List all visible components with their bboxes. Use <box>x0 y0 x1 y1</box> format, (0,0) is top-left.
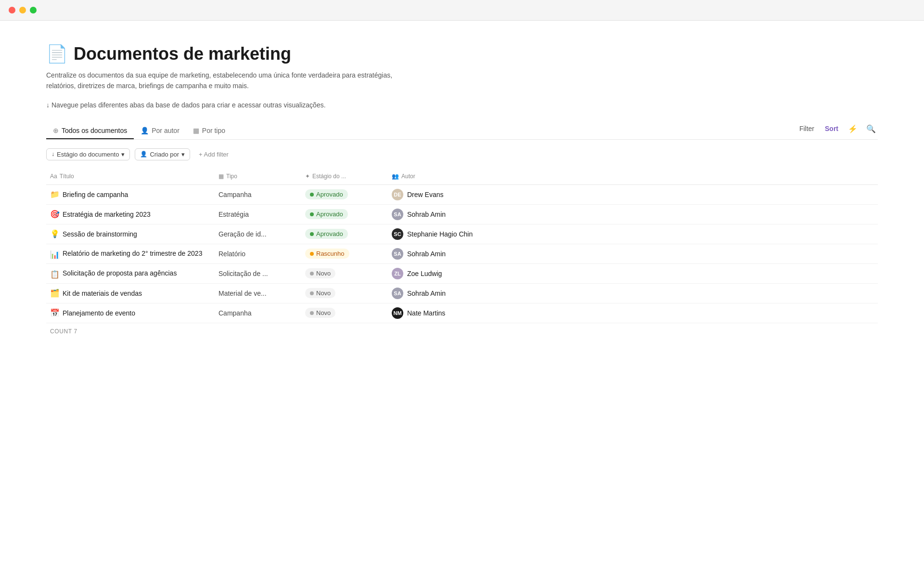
tab-todos-label: Todos os documentos <box>62 127 127 134</box>
col-autor-label: Autor <box>401 173 415 180</box>
row4-icon: 📊 <box>50 250 60 259</box>
row5-avatar: ZL <box>392 268 403 279</box>
cell-tipo-7: Campanha <box>215 305 301 321</box>
row4-badge-label: Rascunho <box>316 250 345 257</box>
tab-tipo-label: Por tipo <box>202 127 225 134</box>
filter-estagio-icon: ↓ <box>51 151 54 158</box>
row4-author: Sohrab Amin <box>407 250 446 258</box>
cell-estagio-3: Aprovado <box>301 225 388 243</box>
table-row[interactable]: 🗂️ Kit de materiais de vendas Material d… <box>46 284 878 303</box>
filter-estagio-label: Estágio do documento <box>57 151 119 158</box>
cell-tipo-5: Solicitação de ... <box>215 266 301 281</box>
cell-extra-7 <box>503 309 878 317</box>
col-tipo-label: Tipo <box>226 173 237 180</box>
filter-criado-icon: 👤 <box>140 151 147 158</box>
row4-avatar: SA <box>392 248 403 260</box>
add-filter-button[interactable]: + Add filter <box>195 149 232 160</box>
cell-titulo-4: 📊 Relatório de marketing do 2° trimestre… <box>46 244 215 263</box>
tab-todos-icon: ⊕ <box>53 127 59 134</box>
row2-avatar: SA <box>392 209 403 220</box>
minimize-button[interactable] <box>19 7 26 13</box>
cell-autor-5: ZL Zoe Ludwig <box>388 264 503 283</box>
row6-icon: 🗂️ <box>50 289 60 298</box>
row2-title: Estratégia de marketing 2023 <box>63 210 151 218</box>
cell-extra-4 <box>503 250 878 258</box>
tab-autor-icon: 👤 <box>141 127 149 134</box>
row7-avatar: NM <box>392 307 403 319</box>
row3-icon: 💡 <box>50 229 60 238</box>
col-header-titulo: Aa Título <box>46 171 215 182</box>
row7-title: Planejamento de evento <box>63 309 135 317</box>
cell-estagio-6: Novo <box>301 284 388 302</box>
tab-autor-label: Por autor <box>152 127 180 134</box>
row4-badge: Rascunho <box>305 249 349 259</box>
row1-badge-dot <box>310 193 314 197</box>
row1-avatar: DE <box>392 189 403 200</box>
table-row[interactable]: 🎯 Estratégia de marketing 2023 Estratégi… <box>46 205 878 224</box>
table-row[interactable]: 💡 Sessão de brainstorming Geração de id.… <box>46 224 878 244</box>
filter-button[interactable]: Filter <box>796 123 817 134</box>
page-note: ↓ Navegue pelas diferentes abas da base … <box>46 101 878 109</box>
table-row[interactable]: 📊 Relatório de marketing do 2° trimestre… <box>46 244 878 264</box>
row2-badge: Aprovado <box>305 209 348 219</box>
cell-estagio-5: Novo <box>301 264 388 282</box>
cell-autor-3: SC Stephanie Hagio Chin <box>388 224 503 244</box>
filter-criado-por[interactable]: 👤 Criado por ▾ <box>135 148 190 160</box>
row2-tipo: Estratégia <box>218 210 249 218</box>
cell-tipo-4: Relatório <box>215 246 301 262</box>
tabs-bar: ⊕ Todos os documentos 👤 Por autor ▦ Por … <box>46 122 878 140</box>
cell-autor-4: SA Sohrab Amin <box>388 244 503 263</box>
table-footer: COUNT 7 <box>46 323 878 340</box>
row5-icon: 📋 <box>50 270 60 279</box>
row7-tipo: Campanha <box>218 309 252 317</box>
col-header-estagio: ✦ Estágio do ... <box>301 171 388 182</box>
row1-icon: 📁 <box>50 190 60 199</box>
row5-badge-label: Novo <box>316 270 331 277</box>
row1-title: Briefing de campanha <box>63 191 128 198</box>
col-estagio-icon: ✦ <box>305 173 310 180</box>
filter-criado-chevron: ▾ <box>181 151 185 158</box>
close-button[interactable] <box>9 7 15 13</box>
table-row[interactable]: 📋 Solicitação de proposta para agências … <box>46 264 878 284</box>
table-row[interactable]: 📅 Planejamento de evento Campanha Novo N… <box>46 303 878 323</box>
filter-estagio[interactable]: ↓ Estágio do documento ▾ <box>46 148 130 160</box>
cell-extra-3 <box>503 230 878 238</box>
tab-todos-os-documentos[interactable]: ⊕ Todos os documentos <box>46 123 134 139</box>
row7-icon: 📅 <box>50 308 60 317</box>
sort-button[interactable]: Sort <box>822 123 841 134</box>
row3-badge-dot <box>310 232 314 236</box>
row7-author: Nate Martins <box>407 309 445 317</box>
col-titulo-icon: Aa <box>50 173 57 180</box>
toolbar-right: Filter Sort ⚡ 🔍 <box>796 122 878 139</box>
row6-badge-label: Novo <box>316 289 331 297</box>
cell-estagio-4: Rascunho <box>301 245 388 263</box>
lightning-icon[interactable]: ⚡ <box>846 122 860 135</box>
page-header: 📄 Documentos de marketing <box>46 44 878 64</box>
cell-estagio-7: Novo <box>301 304 388 322</box>
search-icon[interactable]: 🔍 <box>864 122 878 135</box>
row2-author: Sohrab Amin <box>407 210 446 218</box>
table-row[interactable]: 📁 Briefing de campanha Campanha Aprovado… <box>46 185 878 205</box>
row6-tipo: Material de ve... <box>218 289 267 297</box>
row7-badge-label: Novo <box>316 309 331 316</box>
row5-author: Zoe Ludwig <box>407 270 442 277</box>
row3-author: Stephanie Hagio Chin <box>407 230 473 238</box>
col-estagio-label: Estágio do ... <box>312 173 346 180</box>
titlebar <box>0 0 924 21</box>
cell-estagio-2: Aprovado <box>301 205 388 223</box>
row1-author: Drew Evans <box>407 191 443 198</box>
row4-tipo: Relatório <box>218 250 245 258</box>
row1-badge: Aprovado <box>305 189 348 199</box>
count-label: COUNT <box>50 328 72 335</box>
tab-por-autor[interactable]: 👤 Por autor <box>134 123 186 139</box>
filter-criado-label: Criado por <box>150 151 179 158</box>
main-content: 📄 Documentos de marketing Centralize os … <box>0 21 924 363</box>
row1-tipo: Campanha <box>218 191 252 198</box>
maximize-button[interactable] <box>30 7 37 13</box>
cell-tipo-6: Material de ve... <box>215 286 301 301</box>
row3-badge: Aprovado <box>305 229 348 239</box>
cell-titulo-2: 🎯 Estratégia de marketing 2023 <box>46 206 215 223</box>
tab-por-tipo[interactable]: ▦ Por tipo <box>186 123 232 139</box>
row6-author: Sohrab Amin <box>407 289 446 297</box>
row5-title: Solicitação de proposta para agências <box>63 269 177 278</box>
